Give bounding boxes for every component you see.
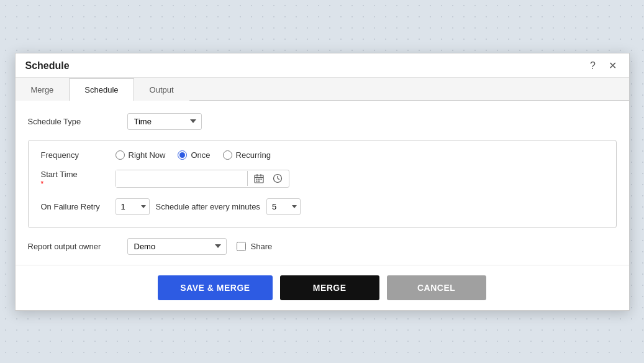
- calendar-icon-btn[interactable]: [252, 171, 266, 186]
- retry-label: On Failure Retry: [41, 202, 116, 211]
- tab-schedule[interactable]: Schedule: [69, 78, 134, 101]
- svg-rect-6: [260, 179, 261, 180]
- owner-label: Report output owner: [28, 242, 127, 251]
- time-input-icons: [247, 171, 289, 186]
- schedule-dialog: Schedule ? ✕ Merge Schedule Output Sched…: [15, 53, 630, 311]
- retry-controls: 1 2 3 5 Schedule after every minutes 5 1…: [116, 198, 301, 215]
- schedule-type-select[interactable]: Time Event: [127, 113, 202, 130]
- radio-once[interactable]: Once: [178, 150, 210, 160]
- dialog-title: Schedule: [25, 60, 70, 71]
- radio-recurring-input[interactable]: [223, 150, 232, 160]
- schedule-type-row: Schedule Type Time Event: [28, 113, 617, 130]
- merge-button[interactable]: MERGE: [280, 275, 379, 300]
- time-input-wrapper: [116, 170, 289, 188]
- svg-rect-8: [258, 181, 260, 182]
- start-time-label-wrapper: Start Time *: [41, 170, 116, 188]
- dialog-body: Schedule Type Time Event Frequency Right…: [16, 101, 629, 265]
- share-wrapper: Share: [237, 242, 273, 251]
- inner-panel: Frequency Right Now Once Recurring: [28, 140, 617, 228]
- start-time-row: Start Time *: [41, 170, 604, 188]
- start-time-label: Start Time: [41, 170, 78, 179]
- owner-select[interactable]: Demo Admin User1: [127, 238, 227, 255]
- clock-icon: [273, 173, 283, 183]
- cancel-button[interactable]: CANCEL: [387, 275, 486, 300]
- retry-select[interactable]: 1 2 3 5: [116, 198, 150, 215]
- svg-rect-7: [256, 181, 257, 182]
- radio-once-input[interactable]: [178, 150, 187, 160]
- dialog-header-icons: ? ✕: [587, 60, 619, 72]
- save-merge-button[interactable]: SAVE & MERGE: [158, 275, 272, 300]
- tabs-bar: Merge Schedule Output: [16, 78, 629, 101]
- start-time-input[interactable]: [116, 170, 247, 187]
- frequency-row: Frequency Right Now Once Recurring: [41, 150, 604, 160]
- svg-line-11: [278, 178, 279, 180]
- retry-row: On Failure Retry 1 2 3 5 Schedule after …: [41, 198, 604, 215]
- radio-right-now-input[interactable]: [116, 150, 125, 160]
- frequency-label: Frequency: [41, 150, 116, 160]
- schedule-after-text: Schedule after every minutes: [156, 202, 260, 211]
- close-icon[interactable]: ✕: [607, 60, 619, 72]
- required-star: *: [41, 180, 44, 188]
- share-label: Share: [251, 242, 273, 251]
- calendar-icon: [254, 173, 264, 183]
- schedule-type-label: Schedule Type: [28, 117, 127, 126]
- help-icon[interactable]: ?: [587, 60, 599, 72]
- minutes-select[interactable]: 5 10 15 30: [266, 198, 301, 215]
- frequency-radio-group: Right Now Once Recurring: [116, 150, 271, 160]
- dialog-backdrop: Schedule ? ✕ Merge Schedule Output Sched…: [0, 0, 644, 363]
- tab-output[interactable]: Output: [134, 78, 189, 101]
- clock-icon-btn[interactable]: [270, 171, 285, 186]
- svg-rect-5: [258, 179, 260, 180]
- owner-row: Report output owner Demo Admin User1 Sha…: [28, 238, 617, 255]
- radio-right-now[interactable]: Right Now: [116, 150, 166, 160]
- radio-recurring[interactable]: Recurring: [223, 150, 271, 160]
- tab-merge[interactable]: Merge: [16, 78, 70, 101]
- share-checkbox[interactable]: [237, 242, 246, 251]
- dialog-footer: SAVE & MERGE MERGE CANCEL: [16, 265, 629, 310]
- svg-rect-4: [256, 179, 257, 180]
- dialog-header: Schedule ? ✕: [16, 53, 629, 78]
